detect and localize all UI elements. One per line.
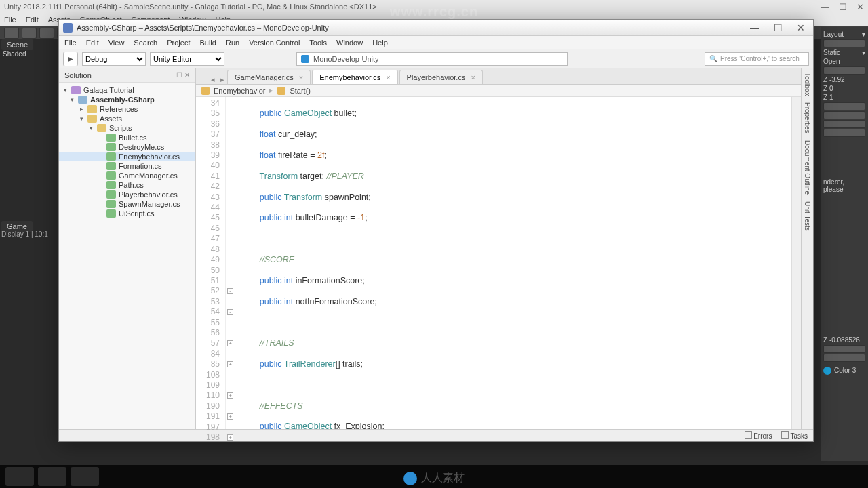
hand-tool-icon[interactable]	[4, 28, 19, 39]
scene-tab[interactable]: Scene	[1, 39, 33, 50]
md-menu-vcs[interactable]: Version Control	[249, 39, 300, 47]
md-menu-run[interactable]: Run	[226, 39, 239, 47]
inspector-button[interactable]	[823, 39, 865, 47]
tab-enemybehavior[interactable]: Enemybehavior.cs×	[312, 70, 397, 84]
search-icon: 🔍	[709, 55, 717, 62]
color-label: Color 3	[834, 367, 856, 374]
tree-file[interactable]: Path.cs	[59, 180, 195, 190]
tab-close-icon[interactable]: ×	[299, 73, 303, 81]
tab-playerbehavior[interactable]: Playerbehavior.cs×	[399, 70, 483, 84]
status-icon	[301, 55, 309, 63]
unity-minimize-icon[interactable]: —	[821, 2, 829, 12]
tab-gamemanager[interactable]: GameManager.cs×	[227, 70, 311, 84]
code-editor[interactable]: public GameObject bullet; float cur_dela…	[235, 97, 791, 429]
md-minimize-icon[interactable]: —	[747, 22, 763, 33]
watermark-url: www.rrcg.cn	[390, 4, 478, 20]
taskbar-item[interactable]	[71, 467, 99, 486]
toolbox-pad[interactable]: Toolbox	[804, 73, 811, 96]
play-button[interactable]: ▶	[63, 52, 78, 66]
md-close-icon[interactable]: ✕	[793, 22, 809, 33]
md-menu-edit[interactable]: Edit	[86, 39, 99, 47]
vertical-scrollbar[interactable]	[791, 97, 801, 429]
md-menu-project[interactable]: Project	[167, 39, 190, 47]
tree-file[interactable]: Bullet.cs	[59, 133, 195, 142]
editor-tabs: ◂ ▸ GameManager.cs× Enemybehavior.cs× Pl…	[196, 68, 801, 85]
breadcrumb-method[interactable]: Start()	[290, 87, 311, 95]
unity-close-icon[interactable]: ✕	[856, 2, 864, 12]
errors-label[interactable]: Errors	[753, 432, 772, 440]
status-text: MonoDevelop-Unity	[313, 55, 379, 63]
watermark-brand: 人人素材	[403, 471, 465, 485]
component-gear-icon-6[interactable]	[823, 345, 865, 353]
component-gear-icon-4[interactable]	[823, 120, 865, 128]
brand-icon	[403, 472, 417, 485]
tab-close-icon[interactable]: ×	[386, 73, 390, 81]
md-maximize-icon[interactable]: ☐	[770, 22, 786, 33]
move-tool-icon[interactable]	[22, 28, 37, 39]
config-select[interactable]: Debug	[82, 52, 146, 66]
tree-file[interactable]: SpawnManager.cs	[59, 199, 195, 209]
search-placeholder: Press 'Control+,' to search	[720, 55, 800, 62]
tree-file[interactable]: Playerbehavior.cs	[59, 190, 195, 199]
tree-file[interactable]: UiScript.cs	[59, 209, 195, 218]
unity-menu-file[interactable]: File	[4, 16, 16, 24]
tree-references[interactable]: ▸References	[59, 104, 195, 114]
rotate-tool-icon[interactable]	[39, 28, 54, 39]
tasks-label[interactable]: Tasks	[790, 432, 808, 440]
component-gear-icon[interactable]	[823, 66, 865, 75]
z-rotation-field[interactable]: Z -3.92	[823, 76, 845, 83]
tree-file-selected[interactable]: Enemybehavior.cs	[59, 152, 195, 161]
open-button[interactable]: Open	[823, 58, 840, 65]
unity-maximize-icon[interactable]: ☐	[839, 2, 847, 12]
component-gear-icon-7[interactable]	[823, 354, 865, 362]
color-swatch-icon[interactable]	[823, 367, 831, 375]
monodevelop-window: Assembly-CSharp – Assets\Scripts\Enemybe…	[58, 19, 814, 442]
component-gear-icon-3[interactable]	[823, 111, 865, 119]
breadcrumb[interactable]: Enemybehavior ▸ Start()	[196, 85, 801, 97]
properties-pad[interactable]: Properties	[804, 102, 811, 134]
tree-scripts[interactable]: ▾Scripts	[59, 123, 195, 133]
errors-checkbox[interactable]	[745, 431, 752, 439]
tree-file[interactable]: Formation.cs	[59, 161, 195, 171]
doc-outline-pad[interactable]: Document Outline	[804, 140, 811, 195]
editor-area: ◂ ▸ GameManager.cs× Enemybehavior.cs× Pl…	[196, 68, 801, 429]
md-menu-tools[interactable]: Tools	[309, 39, 327, 47]
unit-tests-pad[interactable]: Unit Tests	[804, 201, 811, 231]
layout-dropdown[interactable]: Layout	[823, 30, 844, 38]
tree-solution[interactable]: ▾Galaga Tutorial	[59, 85, 195, 95]
md-status-bar: Errors Tasks	[59, 429, 813, 441]
tasks-checkbox[interactable]	[781, 431, 789, 439]
z-field-b[interactable]: Z 1	[823, 94, 833, 101]
md-title-bar[interactable]: Assembly-CSharp – Assets\Scripts\Enemybe…	[59, 20, 813, 36]
global-search[interactable]: 🔍 Press 'Control+,' to search	[705, 52, 809, 66]
taskbar-item[interactable]	[5, 467, 34, 486]
tab-nav-fwd-icon[interactable]: ▸	[218, 75, 227, 84]
class-icon	[201, 87, 210, 95]
md-menu-build[interactable]: Build	[199, 39, 216, 47]
z-position-field[interactable]: Z -0.088526	[823, 336, 860, 344]
shading-mode[interactable]: Shaded	[3, 50, 26, 58]
z-field-a[interactable]: Z 0	[823, 85, 833, 92]
tree-file[interactable]: GameManager.cs	[59, 171, 195, 180]
fold-gutter[interactable]: - - + + + + +	[226, 97, 235, 429]
md-menu-help[interactable]: Help	[372, 39, 388, 47]
tab-nav-back-icon[interactable]: ◂	[208, 75, 218, 84]
md-menu-search[interactable]: Search	[134, 39, 157, 47]
tree-project[interactable]: ▾Assembly-CSharp	[59, 95, 195, 104]
md-menu-view[interactable]: View	[108, 39, 125, 47]
tree-file[interactable]: DestroyMe.cs	[59, 142, 195, 152]
tree-assets[interactable]: ▾Assets	[59, 114, 195, 123]
display-selector[interactable]: Display 1 | 10:1	[1, 230, 48, 238]
breadcrumb-class[interactable]: Enemybehavior	[214, 87, 265, 95]
component-gear-icon-5[interactable]	[823, 129, 865, 137]
solution-pad: Solution ☐ ✕ ▾Galaga Tutorial ▾Assembly-…	[59, 68, 196, 429]
unity-menu-edit[interactable]: Edit	[26, 16, 39, 24]
tab-close-icon[interactable]: ×	[471, 73, 475, 81]
md-menu-file[interactable]: File	[64, 39, 77, 47]
target-select[interactable]: Unity Editor	[150, 52, 224, 66]
md-menu-window[interactable]: Window	[336, 39, 363, 47]
static-checkbox[interactable]: Static	[823, 49, 840, 56]
taskbar-item[interactable]	[38, 467, 66, 486]
component-gear-icon-2[interactable]	[823, 102, 865, 110]
pad-pin-icon[interactable]: ☐ ✕	[176, 71, 190, 79]
